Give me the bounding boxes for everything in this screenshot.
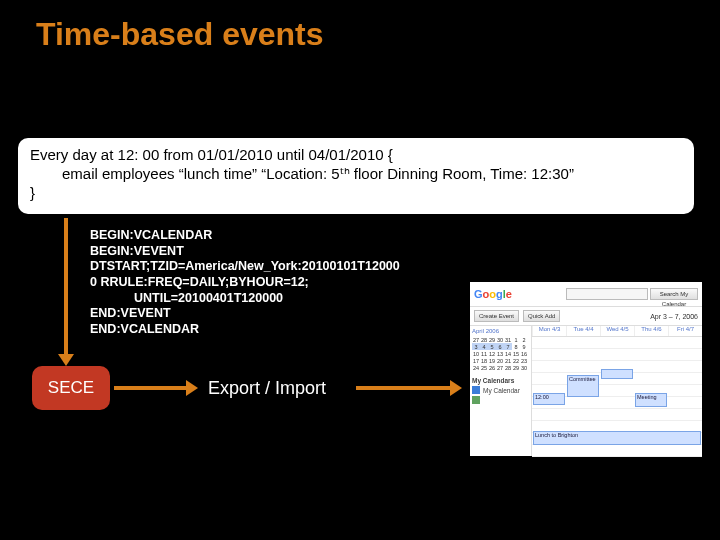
gcal-sidebar: April 2006 272829303112 3456789 10111213… [470, 326, 532, 456]
mini-calendar[interactable]: April 2006 272829303112 3456789 10111213… [472, 328, 528, 371]
arrow-right-icon [356, 386, 452, 390]
arrow-right-icon [114, 386, 188, 390]
slide-title: Time-based events [36, 16, 324, 53]
ical-line: DTSTART;TZID=America/New_York:20100101T1… [90, 259, 400, 275]
gcal-toolbar: Create Event Quick Add Apr 3 – 7, 2006 [470, 307, 702, 326]
day-headers: Mon 4/3 Tue 4/4 Wed 4/5 Thu 4/6 Fri 4/7 [532, 326, 702, 337]
arrow-down-icon [64, 218, 68, 356]
ical-line: 0 RRULE:FREQ=DAILY;BYHOUR=12; [90, 275, 400, 291]
mini-calendar-month: April 2006 [472, 328, 528, 336]
ical-line: BEGIN:VCALENDAR [90, 228, 400, 244]
google-calendar-screenshot: Google Search My Calendar Create Event Q… [470, 282, 702, 456]
ical-line: END:VEVENT [90, 306, 400, 322]
date-range-label: Apr 3 – 7, 2006 [650, 313, 698, 320]
quick-add-button[interactable]: Quick Add [523, 310, 560, 322]
day-header: Mon 4/3 [532, 326, 566, 336]
time-grid[interactable]: 12:00CommitteeMeetingLunch to Brighton [532, 337, 702, 457]
day-header: Wed 4/5 [600, 326, 634, 336]
calendar-color-swatch [472, 386, 480, 394]
day-header: Fri 4/7 [668, 326, 702, 336]
calendar-event[interactable]: 12:00 [533, 393, 565, 405]
rule-line-3: } [30, 184, 682, 203]
ical-line: UNTIL=20100401T120000 [90, 291, 400, 307]
gcal-week-grid: Mon 4/3 Tue 4/4 Wed 4/5 Thu 4/6 Fri 4/7 … [532, 326, 702, 456]
my-calendars-section: My Calendars My Calendar [472, 377, 529, 404]
calendar-item[interactable]: My Calendar [472, 386, 529, 394]
rule-line-2: email employees “lunch time” “Location: … [30, 165, 682, 184]
gcal-topbar: Google Search My Calendar [470, 282, 702, 307]
calendar-event[interactable]: Committee [567, 375, 599, 397]
calendar-event[interactable]: Meeting [635, 393, 667, 407]
calendar-color-swatch [472, 396, 480, 404]
day-header: Thu 4/6 [634, 326, 668, 336]
calendar-event[interactable] [601, 369, 633, 379]
calendar-event[interactable]: Lunch to Brighton [533, 431, 701, 445]
rule-code-block: Every day at 12: 00 from 01/01/2010 unti… [18, 138, 694, 214]
my-calendars-header: My Calendars [472, 377, 529, 384]
day-header: Tue 4/4 [566, 326, 600, 336]
ical-code-block: BEGIN:VCALENDAR BEGIN:VEVENT DTSTART;TZI… [90, 228, 400, 337]
calendar-item[interactable] [472, 396, 529, 404]
rule-line-1: Every day at 12: 00 from 01/01/2010 unti… [30, 146, 682, 165]
ical-line: BEGIN:VEVENT [90, 244, 400, 260]
search-button[interactable]: Search My Calendar [650, 288, 698, 300]
mini-calendar-grid[interactable]: 272829303112 3456789 10111213141516 1718… [472, 336, 528, 371]
create-event-button[interactable]: Create Event [474, 310, 519, 322]
google-logo: Google [474, 288, 512, 300]
export-import-label: Export / Import [208, 378, 326, 399]
search-input[interactable] [566, 288, 648, 300]
ical-line: END:VCALENDAR [90, 322, 400, 338]
calendar-name: My Calendar [483, 387, 520, 394]
sece-badge: SECE [32, 366, 110, 410]
